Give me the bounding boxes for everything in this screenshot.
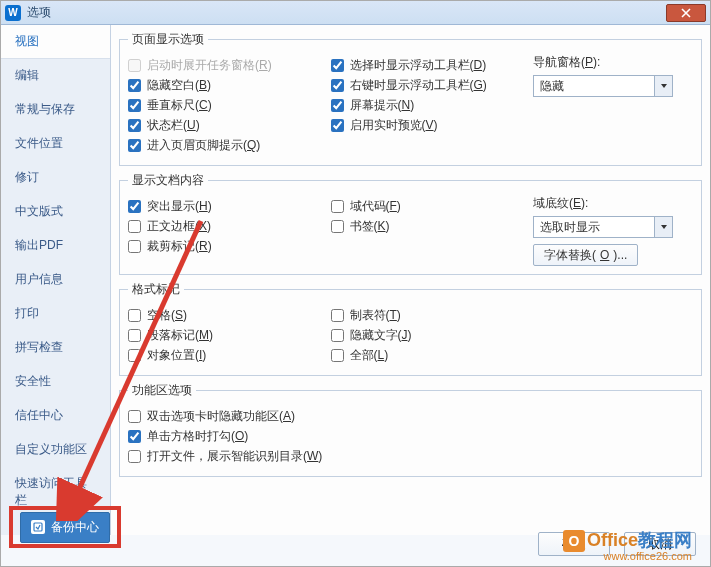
option-checkbox[interactable]: 裁剪标记(R) bbox=[128, 238, 331, 255]
cancel-button[interactable]: 取消 bbox=[624, 532, 696, 556]
chevron-down-icon bbox=[654, 217, 672, 237]
option-checkbox[interactable]: 屏幕提示(N) bbox=[331, 97, 534, 114]
checkbox-input[interactable] bbox=[128, 349, 141, 362]
checkbox-label: 正文边框(X) bbox=[147, 218, 211, 235]
checkbox-input[interactable] bbox=[331, 329, 344, 342]
checkbox-input[interactable] bbox=[128, 220, 141, 233]
sidebar-item[interactable]: 信任中心 bbox=[1, 399, 110, 433]
sidebar-item[interactable]: 输出PDF bbox=[1, 229, 110, 263]
option-checkbox[interactable]: 双击选项卡时隐藏功能区(A) bbox=[128, 408, 693, 425]
checkbox-label: 隐藏文字(J) bbox=[350, 327, 412, 344]
checkbox-label: 制表符(T) bbox=[350, 307, 401, 324]
backup-highlight: 备份中心 bbox=[9, 506, 121, 548]
option-checkbox[interactable]: 全部(L) bbox=[331, 347, 534, 364]
checkbox-label: 垂直标尺(C) bbox=[147, 97, 212, 114]
backup-center-button[interactable]: 备份中心 bbox=[20, 512, 110, 543]
checkbox-input[interactable] bbox=[128, 430, 141, 443]
checkbox-input[interactable] bbox=[128, 99, 141, 112]
sidebar-item[interactable]: 文件位置 bbox=[1, 127, 110, 161]
checkbox-input[interactable] bbox=[331, 79, 344, 92]
section-doc-content: 显示文档内容 突出显示(H)正文边框(X)裁剪标记(R) 域代码(F)书签(K)… bbox=[119, 172, 702, 275]
checkbox-input[interactable] bbox=[128, 329, 141, 342]
section-legend: 显示文档内容 bbox=[128, 172, 208, 189]
option-checkbox[interactable]: 突出显示(H) bbox=[128, 198, 331, 215]
option-checkbox[interactable]: 隐藏空白(B) bbox=[128, 77, 331, 94]
checkbox-label: 打开文件，展示智能识别目录(W) bbox=[147, 448, 322, 465]
option-checkbox[interactable]: 隐藏文字(J) bbox=[331, 327, 534, 344]
option-checkbox[interactable]: 书签(K) bbox=[331, 218, 534, 235]
nav-pane-select[interactable]: 隐藏 bbox=[533, 75, 673, 97]
checkbox-input[interactable] bbox=[331, 200, 344, 213]
checkbox-input[interactable] bbox=[331, 119, 344, 132]
checkbox-input[interactable] bbox=[128, 200, 141, 213]
sidebar-item[interactable]: 用户信息 bbox=[1, 263, 110, 297]
backup-center-label: 备份中心 bbox=[51, 519, 99, 536]
close-button[interactable] bbox=[666, 4, 706, 22]
checkbox-label: 双击选项卡时隐藏功能区(A) bbox=[147, 408, 295, 425]
dialog-footer: 确定 取消 bbox=[538, 532, 696, 556]
sidebar-item[interactable]: 自定义功能区 bbox=[1, 433, 110, 467]
option-checkbox[interactable]: 进入页眉页脚提示(Q) bbox=[128, 137, 331, 154]
checkbox-input[interactable] bbox=[128, 240, 141, 253]
window-title: 选项 bbox=[27, 4, 666, 21]
app-icon: W bbox=[5, 5, 21, 21]
option-checkbox[interactable]: 状态栏(U) bbox=[128, 117, 331, 134]
sidebar-item[interactable]: 打印 bbox=[1, 297, 110, 331]
checkbox-input[interactable] bbox=[128, 59, 141, 72]
option-checkbox[interactable]: 右键时显示浮动工具栏(G) bbox=[331, 77, 534, 94]
option-checkbox[interactable]: 正文边框(X) bbox=[128, 218, 331, 235]
ok-button[interactable]: 确定 bbox=[538, 532, 610, 556]
option-checkbox[interactable]: 段落标记(M) bbox=[128, 327, 331, 344]
nav-pane-label: 导航窗格(P): bbox=[533, 54, 693, 71]
checkbox-input[interactable] bbox=[128, 139, 141, 152]
backup-icon bbox=[31, 520, 45, 534]
option-checkbox[interactable]: 域代码(F) bbox=[331, 198, 534, 215]
sidebar-item[interactable]: 常规与保存 bbox=[1, 93, 110, 127]
checkbox-label: 启动时展开任务窗格(R) bbox=[147, 57, 272, 74]
checkbox-input[interactable] bbox=[128, 309, 141, 322]
section-legend: 格式标记 bbox=[128, 281, 184, 298]
checkbox-label: 对象位置(I) bbox=[147, 347, 206, 364]
checkbox-label: 突出显示(H) bbox=[147, 198, 212, 215]
titlebar: W 选项 bbox=[1, 1, 710, 25]
sidebar-item[interactable]: 中文版式 bbox=[1, 195, 110, 229]
section-page-display: 页面显示选项 启动时展开任务窗格(R)隐藏空白(B)垂直标尺(C)状态栏(U)进… bbox=[119, 31, 702, 166]
option-checkbox[interactable]: 启动时展开任务窗格(R) bbox=[128, 57, 331, 74]
checkbox-input[interactable] bbox=[128, 410, 141, 423]
checkbox-input[interactable] bbox=[331, 309, 344, 322]
checkbox-input[interactable] bbox=[331, 99, 344, 112]
option-checkbox[interactable]: 垂直标尺(C) bbox=[128, 97, 331, 114]
checkbox-label: 裁剪标记(R) bbox=[147, 238, 212, 255]
sidebar-item[interactable]: 安全性 bbox=[1, 365, 110, 399]
sidebar: 视图编辑常规与保存文件位置修订中文版式输出PDF用户信息打印拼写检查安全性信任中… bbox=[1, 25, 111, 535]
checkbox-label: 状态栏(U) bbox=[147, 117, 200, 134]
checkbox-input[interactable] bbox=[128, 119, 141, 132]
sidebar-item[interactable]: 视图 bbox=[1, 25, 110, 59]
section-ribbon: 功能区选项 双击选项卡时隐藏功能区(A)单击方格时打勾(O)打开文件，展示智能识… bbox=[119, 382, 702, 477]
option-checkbox[interactable]: 打开文件，展示智能识别目录(W) bbox=[128, 448, 693, 465]
font-replace-button[interactable]: 字体替换(O)... bbox=[533, 244, 638, 266]
option-checkbox[interactable]: 启用实时预览(V) bbox=[331, 117, 534, 134]
option-checkbox[interactable]: 空格(S) bbox=[128, 307, 331, 324]
checkbox-label: 隐藏空白(B) bbox=[147, 77, 211, 94]
sidebar-item[interactable]: 编辑 bbox=[1, 59, 110, 93]
checkbox-input[interactable] bbox=[331, 220, 344, 233]
sidebar-item[interactable]: 拼写检查 bbox=[1, 331, 110, 365]
field-shading-select[interactable]: 选取时显示 bbox=[533, 216, 673, 238]
option-checkbox[interactable]: 单击方格时打勾(O) bbox=[128, 428, 693, 445]
checkbox-label: 段落标记(M) bbox=[147, 327, 213, 344]
checkbox-input[interactable] bbox=[331, 59, 344, 72]
option-checkbox[interactable]: 选择时显示浮动工具栏(D) bbox=[331, 57, 534, 74]
checkbox-label: 全部(L) bbox=[350, 347, 389, 364]
checkbox-label: 启用实时预览(V) bbox=[350, 117, 438, 134]
checkbox-input[interactable] bbox=[331, 349, 344, 362]
checkbox-input[interactable] bbox=[128, 79, 141, 92]
checkbox-label: 域代码(F) bbox=[350, 198, 401, 215]
sidebar-item[interactable]: 修订 bbox=[1, 161, 110, 195]
option-checkbox[interactable]: 对象位置(I) bbox=[128, 347, 331, 364]
checkbox-label: 空格(S) bbox=[147, 307, 187, 324]
content-panel: 页面显示选项 启动时展开任务窗格(R)隐藏空白(B)垂直标尺(C)状态栏(U)进… bbox=[111, 25, 710, 535]
checkbox-label: 选择时显示浮动工具栏(D) bbox=[350, 57, 487, 74]
option-checkbox[interactable]: 制表符(T) bbox=[331, 307, 534, 324]
checkbox-input[interactable] bbox=[128, 450, 141, 463]
